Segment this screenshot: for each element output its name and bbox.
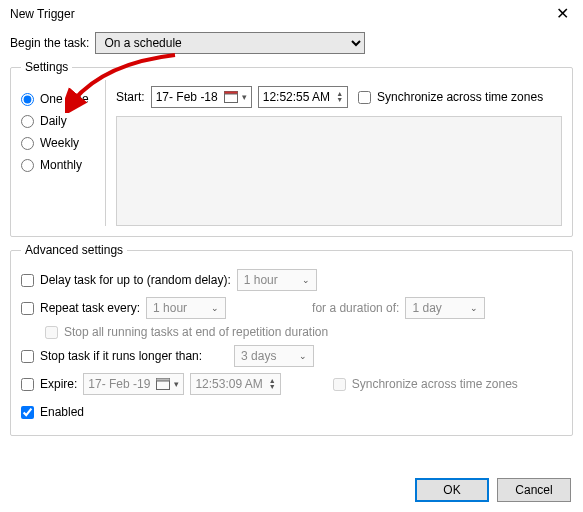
start-label: Start: — [116, 90, 145, 104]
settings-legend: Settings — [21, 60, 72, 74]
radio-daily-label: Daily — [40, 114, 67, 128]
spinner-icon: ▲▼ — [269, 378, 276, 390]
repeat-value: 1 hour — [153, 301, 187, 315]
chevron-down-icon: ⌄ — [470, 303, 478, 313]
radio-monthly-label: Monthly — [40, 158, 82, 172]
svg-rect-3 — [156, 378, 170, 381]
expire-sync-label: Synchronize across time zones — [352, 377, 518, 391]
start-time-picker[interactable]: 12:52:55 AM ▲▼ — [258, 86, 348, 108]
radio-one-time-input[interactable] — [21, 93, 34, 106]
expire-checkbox[interactable] — [21, 378, 34, 391]
svg-rect-2 — [157, 381, 170, 390]
calendar-icon — [224, 91, 238, 103]
duration-value: 1 day — [412, 301, 441, 315]
duration-label: for a duration of: — [312, 301, 399, 315]
radio-daily-input[interactable] — [21, 115, 34, 128]
expire-date-picker[interactable]: 17- Feb -19 ▾ — [83, 373, 184, 395]
stop-if-label: Stop task if it runs longer than: — [40, 349, 202, 363]
delay-checkbox[interactable] — [21, 274, 34, 287]
svg-rect-0 — [224, 94, 237, 103]
repeat-checkbox[interactable] — [21, 302, 34, 315]
radio-daily[interactable]: Daily — [21, 114, 103, 128]
expire-label: Expire: — [40, 377, 77, 391]
begin-task-label: Begin the task: — [10, 36, 89, 50]
delay-label: Delay task for up to (random delay): — [40, 273, 231, 287]
sync-timezones-label: Synchronize across time zones — [377, 90, 543, 104]
delay-combo[interactable]: 1 hour ⌄ — [237, 269, 317, 291]
expire-sync-checkbox — [333, 378, 346, 391]
chevron-down-icon: ⌄ — [299, 351, 307, 361]
start-time-value: 12:52:55 AM — [263, 90, 330, 104]
stop-if-checkbox[interactable] — [21, 350, 34, 363]
expire-time-value: 12:53:09 AM — [195, 377, 262, 391]
chevron-down-icon: ⌄ — [302, 275, 310, 285]
stop-all-label: Stop all running tasks at end of repetit… — [64, 325, 328, 339]
schedule-detail-panel — [116, 116, 562, 226]
radio-weekly[interactable]: Weekly — [21, 136, 103, 150]
radio-monthly[interactable]: Monthly — [21, 158, 103, 172]
sync-timezones-checkbox[interactable] — [358, 91, 371, 104]
window-title: New Trigger — [10, 7, 75, 21]
delay-value: 1 hour — [244, 273, 278, 287]
sync-timezones[interactable]: Synchronize across time zones — [358, 90, 543, 104]
duration-combo[interactable]: 1 day ⌄ — [405, 297, 485, 319]
chevron-down-icon: ⌄ — [211, 303, 219, 313]
advanced-group: Advanced settings Delay task for up to (… — [10, 243, 573, 436]
repeat-label: Repeat task every: — [40, 301, 140, 315]
stop-if-combo[interactable]: 3 days ⌄ — [234, 345, 314, 367]
close-icon[interactable]: ✕ — [550, 6, 575, 22]
start-date-picker[interactable]: 17- Feb -18 ▾ — [151, 86, 252, 108]
radio-weekly-label: Weekly — [40, 136, 79, 150]
svg-rect-1 — [224, 91, 238, 94]
spinner-icon: ▲▼ — [336, 91, 343, 103]
chevron-down-icon: ▾ — [242, 92, 247, 102]
enabled-label: Enabled — [40, 405, 84, 419]
stop-if-value: 3 days — [241, 349, 276, 363]
stop-all-checkbox — [45, 326, 58, 339]
start-date-value: 17- Feb -18 — [156, 90, 218, 104]
settings-group: Settings One time Daily Weekly Monthly — [10, 60, 573, 237]
advanced-legend: Advanced settings — [21, 243, 127, 257]
ok-button[interactable]: OK — [415, 478, 489, 502]
begin-task-select[interactable]: On a schedule — [95, 32, 365, 54]
enabled-checkbox[interactable] — [21, 406, 34, 419]
expire-date-value: 17- Feb -19 — [88, 377, 150, 391]
repeat-combo[interactable]: 1 hour ⌄ — [146, 297, 226, 319]
radio-monthly-input[interactable] — [21, 159, 34, 172]
radio-one-time[interactable]: One time — [21, 92, 103, 106]
cancel-button[interactable]: Cancel — [497, 478, 571, 502]
chevron-down-icon: ▾ — [174, 379, 179, 389]
expire-time-picker[interactable]: 12:53:09 AM ▲▼ — [190, 373, 280, 395]
radio-one-time-label: One time — [40, 92, 89, 106]
calendar-icon — [156, 378, 170, 390]
radio-weekly-input[interactable] — [21, 137, 34, 150]
